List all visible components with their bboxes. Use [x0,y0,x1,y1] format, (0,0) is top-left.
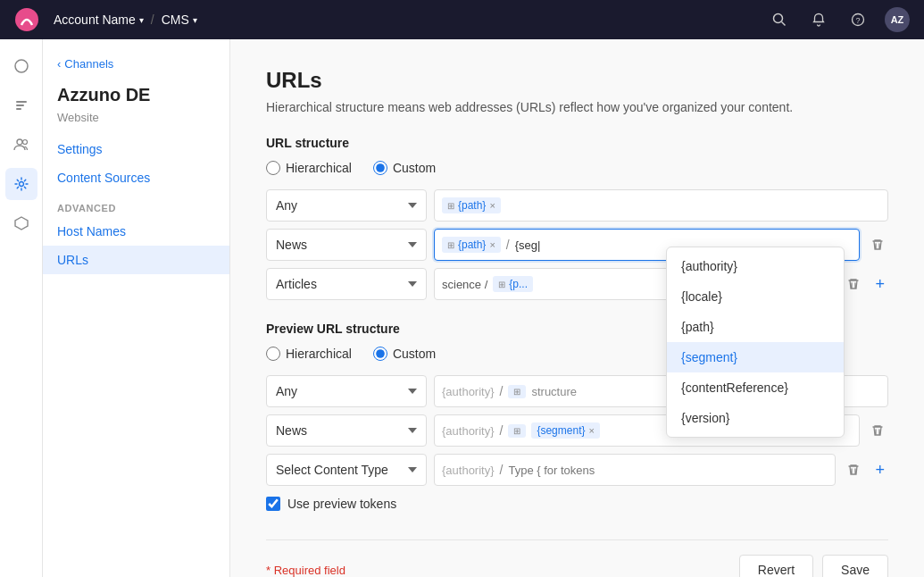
token-close-2[interactable]: × [489,240,495,250]
slash-separator: / [506,238,510,252]
radio-custom[interactable]: Custom [373,161,436,175]
dropdown-item-path[interactable]: {path} [667,312,844,342]
search-button[interactable] [767,7,792,32]
url-inline-input[interactable] [515,238,665,252]
nav-settings[interactable] [5,168,37,200]
url-tokens-any: ⊞ {path} × [434,189,888,222]
nav-home[interactable] [5,50,37,82]
cms-link[interactable]: CMS ▾ [162,13,197,27]
token-path-3: ⊞ {p... [493,276,533,292]
dropdown-item-version[interactable]: {version} [667,403,844,433]
url-row-any: Any ⊞ {path} × [266,189,888,222]
breadcrumb-separator: / [151,13,154,27]
use-preview-tokens-checkbox[interactable] [266,497,280,511]
preview-url-select-news[interactable]: News [266,414,427,447]
dropdown-item-segment[interactable]: {segment} [667,342,844,372]
svg-point-9 [17,139,22,145]
add-url-row[interactable]: + [871,272,888,297]
delete-preview-row-select[interactable] [843,459,864,481]
preview-token-close[interactable]: × [588,426,594,436]
breadcrumb: Account Name ▾ / CMS ▾ [54,13,197,27]
preview-radio-custom[interactable]: Custom [373,347,436,361]
sidebar-item-content-sources[interactable]: Content Sources [43,163,229,192]
token-dropdown: {authority} {locale} {path} {segment} {c… [666,247,845,438]
required-field-note: * Required field [266,564,345,577]
svg-point-11 [19,182,23,187]
dropdown-item-content-reference[interactable]: {contentReference} [667,372,844,403]
url-select-articles[interactable]: Articles [266,268,427,300]
user-avatar[interactable]: AZ [885,7,910,32]
delete-row-articles[interactable] [843,273,864,295]
back-to-channels[interactable]: ‹ Channels [43,54,229,81]
preview-url-select-content-type[interactable]: Select Content Type [266,454,427,486]
icon-nav [0,39,43,577]
main-content: URLs Hierarchical structure means web ad… [230,39,924,577]
channel-type: Website [43,109,229,135]
token-path-1: ⊞ {path} × [442,197,501,213]
svg-rect-7 [16,105,24,106]
token-grid-icon: ⊞ [447,201,454,211]
svg-point-5 [15,60,28,72]
token-path-2: ⊞ {path} × [442,237,501,253]
page-description: Hierarchical structure means web address… [266,100,888,114]
radio-hierarchical[interactable]: Hierarchical [266,161,352,175]
url-select-news[interactable]: News [266,229,427,261]
nav-plugins[interactable] [5,207,37,239]
url-structure-label: URL structure [266,136,888,150]
footer-actions: Revert Save [739,555,888,577]
nav-users[interactable] [5,129,37,161]
preview-radio-hierarchical[interactable]: Hierarchical [266,347,352,361]
dropdown-item-locale[interactable]: {locale} [667,281,844,312]
help-button[interactable]: ? [845,7,870,32]
preview-url-tokens-select: {authority} / [434,454,836,486]
url-structure-radio-group: Hierarchical Custom [266,161,888,175]
logo[interactable] [14,7,39,32]
use-preview-tokens-label: Use preview tokens [287,497,396,511]
preview-url-row-select: Select Content Type {authority} / + [266,454,888,486]
token-grid-icon-3: ⊞ [498,280,505,289]
notifications-button[interactable] [806,7,831,32]
preview-url-inline-input[interactable] [508,464,658,477]
svg-marker-12 [15,217,28,230]
delete-preview-row-news[interactable] [867,420,888,441]
revert-button[interactable]: Revert [739,555,813,577]
page-title: URLs [266,68,888,93]
account-name[interactable]: Account Name ▾ [54,13,144,27]
preview-url-select-any[interactable]: Any [266,375,427,407]
top-nav: Account Name ▾ / CMS ▾ ? AZ [0,0,924,39]
sidebar-item-host-names[interactable]: Host Names [43,217,229,246]
page-footer: * Required field Revert Save [266,539,888,577]
add-preview-url-row[interactable]: + [871,457,888,483]
svg-rect-6 [16,101,27,103]
delete-row-news[interactable] [867,234,888,255]
preview-token-news: ⊞ [508,424,526,438]
svg-rect-8 [16,108,21,110]
svg-point-10 [22,140,27,145]
advanced-label: Advanced [43,192,229,217]
token-grid-icon-2: ⊞ [447,240,454,250]
dropdown-item-authority[interactable]: {authority} [667,251,844,281]
preview-token-any: ⊞ [508,385,526,398]
nav-content[interactable] [5,89,37,121]
top-nav-actions: ? AZ [767,7,910,32]
preview-token-segment: {segment} × [531,422,599,439]
use-preview-tokens-row: Use preview tokens [266,497,888,511]
save-button[interactable]: Save [822,555,888,577]
channel-name: Azzuno DE [43,81,229,109]
svg-text:?: ? [855,16,860,25]
url-select-any[interactable]: Any [266,189,427,222]
svg-line-2 [782,22,786,26]
svg-point-1 [774,14,783,23]
token-close-1[interactable]: × [489,201,495,211]
sidebar-item-urls[interactable]: URLs [43,246,229,274]
sidebar-item-settings[interactable]: Settings [43,135,229,163]
sidebar: ‹ Channels Azzuno DE Website Settings Co… [43,39,230,577]
